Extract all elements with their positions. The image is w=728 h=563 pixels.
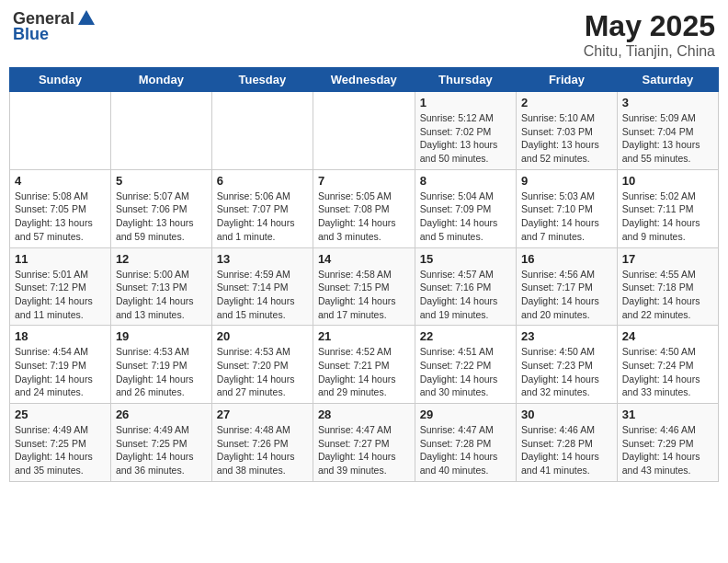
day-info: Sunrise: 5:06 AM Sunset: 7:07 PM Dayligh…	[217, 190, 308, 244]
calendar-cell: 4Sunrise: 5:08 AM Sunset: 7:05 PM Daylig…	[10, 169, 111, 247]
calendar-week-1: 1Sunrise: 5:12 AM Sunset: 7:02 PM Daylig…	[10, 92, 719, 170]
logo: General Blue	[13, 9, 97, 44]
day-info: Sunrise: 4:50 AM Sunset: 7:24 PM Dayligh…	[622, 345, 713, 399]
calendar-cell: 30Sunrise: 4:46 AM Sunset: 7:28 PM Dayli…	[517, 404, 618, 482]
day-info: Sunrise: 4:56 AM Sunset: 7:17 PM Dayligh…	[521, 268, 612, 322]
day-number: 12	[116, 252, 207, 266]
title-block: May 2025 Chitu, Tianjin, China	[584, 9, 715, 60]
calendar-cell: 25Sunrise: 4:49 AM Sunset: 7:25 PM Dayli…	[10, 404, 111, 482]
day-number: 10	[622, 174, 713, 188]
calendar-cell: 20Sunrise: 4:53 AM Sunset: 7:20 PM Dayli…	[211, 326, 313, 404]
day-info: Sunrise: 5:05 AM Sunset: 7:08 PM Dayligh…	[318, 190, 410, 244]
day-info: Sunrise: 5:08 AM Sunset: 7:05 PM Dayligh…	[15, 190, 106, 244]
calendar-week-2: 4Sunrise: 5:08 AM Sunset: 7:05 PM Daylig…	[10, 169, 719, 247]
calendar-week-4: 18Sunrise: 4:54 AM Sunset: 7:19 PM Dayli…	[10, 326, 719, 404]
day-info: Sunrise: 5:02 AM Sunset: 7:11 PM Dayligh…	[622, 190, 713, 244]
calendar-week-3: 11Sunrise: 5:01 AM Sunset: 7:12 PM Dayli…	[10, 247, 719, 326]
calendar-cell: 9Sunrise: 5:03 AM Sunset: 7:10 PM Daylig…	[517, 169, 618, 247]
day-info: Sunrise: 4:46 AM Sunset: 7:28 PM Dayligh…	[521, 423, 612, 477]
calendar-cell	[211, 92, 313, 170]
day-number: 5	[116, 174, 207, 188]
day-info: Sunrise: 4:53 AM Sunset: 7:19 PM Dayligh…	[116, 345, 207, 399]
svg-marker-0	[78, 10, 95, 25]
calendar-cell: 5Sunrise: 5:07 AM Sunset: 7:06 PM Daylig…	[110, 169, 211, 247]
weekday-header-wednesday: Wednesday	[313, 68, 415, 92]
calendar-table: SundayMondayTuesdayWednesdayThursdayFrid…	[9, 67, 719, 482]
calendar-cell: 19Sunrise: 4:53 AM Sunset: 7:19 PM Dayli…	[110, 326, 211, 404]
day-number: 2	[521, 96, 612, 109]
page-title: May 2025	[584, 9, 715, 43]
calendar-cell: 27Sunrise: 4:48 AM Sunset: 7:26 PM Dayli…	[211, 404, 313, 482]
day-info: Sunrise: 4:49 AM Sunset: 7:25 PM Dayligh…	[15, 423, 106, 477]
calendar-cell: 28Sunrise: 4:47 AM Sunset: 7:27 PM Dayli…	[313, 404, 415, 482]
calendar-cell: 15Sunrise: 4:57 AM Sunset: 7:16 PM Dayli…	[415, 247, 516, 326]
weekday-header-tuesday: Tuesday	[211, 68, 313, 92]
day-number: 6	[217, 174, 308, 188]
day-info: Sunrise: 4:46 AM Sunset: 7:29 PM Dayligh…	[622, 423, 713, 477]
day-number: 20	[217, 329, 308, 343]
calendar-cell: 14Sunrise: 4:58 AM Sunset: 7:15 PM Dayli…	[313, 247, 415, 326]
calendar-cell	[10, 92, 111, 170]
day-number: 18	[15, 329, 106, 343]
page-subtitle: Chitu, Tianjin, China	[584, 43, 715, 60]
day-info: Sunrise: 4:57 AM Sunset: 7:16 PM Dayligh…	[420, 268, 511, 322]
day-info: Sunrise: 4:59 AM Sunset: 7:14 PM Dayligh…	[217, 268, 308, 322]
day-number: 22	[420, 329, 511, 343]
day-number: 16	[521, 252, 612, 266]
day-number: 31	[622, 408, 713, 421]
calendar-cell: 8Sunrise: 5:04 AM Sunset: 7:09 PM Daylig…	[415, 169, 516, 247]
calendar-cell: 3Sunrise: 5:09 AM Sunset: 7:04 PM Daylig…	[617, 92, 718, 170]
calendar-cell: 1Sunrise: 5:12 AM Sunset: 7:02 PM Daylig…	[415, 92, 516, 170]
calendar-cell: 13Sunrise: 4:59 AM Sunset: 7:14 PM Dayli…	[211, 247, 313, 326]
calendar-cell: 11Sunrise: 5:01 AM Sunset: 7:12 PM Dayli…	[10, 247, 111, 326]
day-info: Sunrise: 4:53 AM Sunset: 7:20 PM Dayligh…	[217, 345, 308, 399]
day-number: 7	[318, 174, 410, 188]
day-info: Sunrise: 5:10 AM Sunset: 7:03 PM Dayligh…	[521, 111, 612, 166]
day-number: 24	[622, 329, 713, 343]
logo-icon	[76, 8, 97, 29]
day-info: Sunrise: 5:07 AM Sunset: 7:06 PM Dayligh…	[116, 190, 207, 244]
day-number: 3	[622, 96, 713, 109]
day-number: 29	[420, 408, 511, 421]
day-info: Sunrise: 4:51 AM Sunset: 7:22 PM Dayligh…	[420, 345, 511, 399]
weekday-header-row: SundayMondayTuesdayWednesdayThursdayFrid…	[10, 68, 719, 92]
day-number: 28	[318, 408, 410, 421]
weekday-header-friday: Friday	[517, 68, 618, 92]
day-number: 13	[217, 252, 308, 266]
day-info: Sunrise: 4:50 AM Sunset: 7:23 PM Dayligh…	[521, 345, 612, 399]
calendar-cell: 26Sunrise: 4:49 AM Sunset: 7:25 PM Dayli…	[110, 404, 211, 482]
day-number: 19	[116, 329, 207, 343]
day-info: Sunrise: 5:00 AM Sunset: 7:13 PM Dayligh…	[116, 268, 207, 322]
calendar-cell: 24Sunrise: 4:50 AM Sunset: 7:24 PM Dayli…	[617, 326, 718, 404]
day-number: 27	[217, 408, 308, 421]
day-info: Sunrise: 4:47 AM Sunset: 7:27 PM Dayligh…	[318, 423, 410, 477]
calendar-cell: 16Sunrise: 4:56 AM Sunset: 7:17 PM Dayli…	[517, 247, 618, 326]
calendar-cell: 2Sunrise: 5:10 AM Sunset: 7:03 PM Daylig…	[517, 92, 618, 170]
weekday-header-saturday: Saturday	[617, 68, 718, 92]
calendar-cell: 10Sunrise: 5:02 AM Sunset: 7:11 PM Dayli…	[617, 169, 718, 247]
day-number: 11	[15, 252, 106, 266]
calendar-cell: 18Sunrise: 4:54 AM Sunset: 7:19 PM Dayli…	[10, 326, 111, 404]
calendar-cell: 17Sunrise: 4:55 AM Sunset: 7:18 PM Dayli…	[617, 247, 718, 326]
day-info: Sunrise: 4:54 AM Sunset: 7:19 PM Dayligh…	[15, 345, 106, 399]
calendar-cell	[313, 92, 415, 170]
calendar-cell	[110, 92, 211, 170]
calendar-cell: 12Sunrise: 5:00 AM Sunset: 7:13 PM Dayli…	[110, 247, 211, 326]
day-number: 15	[420, 252, 511, 266]
calendar-cell: 7Sunrise: 5:05 AM Sunset: 7:08 PM Daylig…	[313, 169, 415, 247]
day-info: Sunrise: 4:47 AM Sunset: 7:28 PM Dayligh…	[420, 423, 511, 477]
day-info: Sunrise: 5:09 AM Sunset: 7:04 PM Dayligh…	[622, 111, 713, 166]
day-info: Sunrise: 4:48 AM Sunset: 7:26 PM Dayligh…	[217, 423, 308, 477]
day-info: Sunrise: 4:58 AM Sunset: 7:15 PM Dayligh…	[318, 268, 410, 322]
day-number: 1	[420, 96, 511, 109]
day-info: Sunrise: 5:04 AM Sunset: 7:09 PM Dayligh…	[420, 190, 511, 244]
day-number: 8	[420, 174, 511, 188]
calendar-week-5: 25Sunrise: 4:49 AM Sunset: 7:25 PM Dayli…	[10, 404, 719, 482]
day-number: 4	[15, 174, 106, 188]
day-number: 9	[521, 174, 612, 188]
day-number: 17	[622, 252, 713, 266]
day-number: 14	[318, 252, 410, 266]
weekday-header-sunday: Sunday	[10, 68, 111, 92]
weekday-header-monday: Monday	[110, 68, 211, 92]
calendar-cell: 31Sunrise: 4:46 AM Sunset: 7:29 PM Dayli…	[617, 404, 718, 482]
